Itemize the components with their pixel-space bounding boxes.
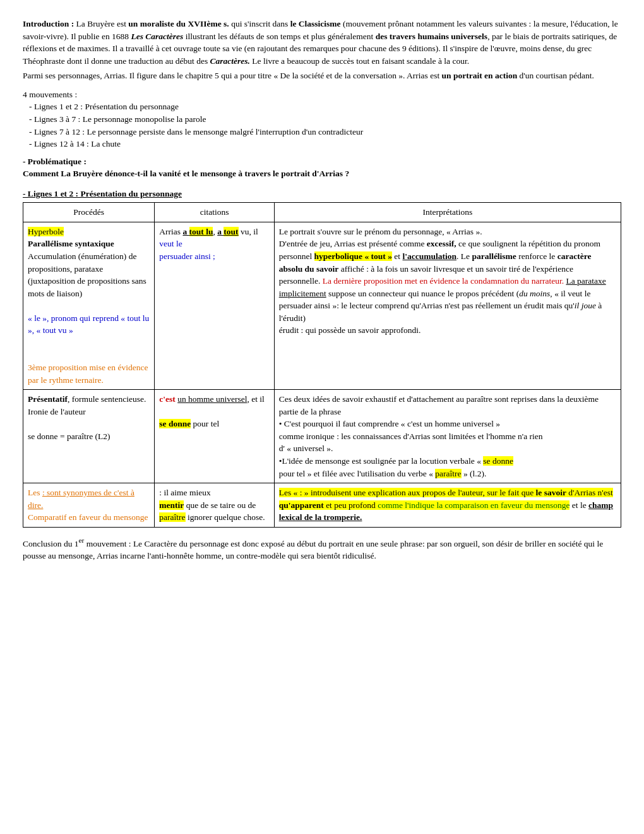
problematique-label: - Problématique : [23, 155, 621, 168]
procedes-cell-1: Hyperbole Parallélisme syntaxique Accumu… [23, 222, 155, 389]
movement-item: Lignes 3 à 7 : Le personnage monopolise … [23, 113, 621, 126]
procede-ternaire: 3ème proposition mise en évidence par le… [28, 363, 148, 385]
problematique-question: Comment La Bruyère dénonce-t-il la vanit… [23, 167, 621, 180]
header-interpretations: Interprétations [274, 203, 621, 222]
procede-parallelisme: Parallélisme syntaxique [28, 239, 114, 248]
main-content: Introduction : La Bruyère est un moralis… [23, 18, 621, 562]
table-row: Présentatif, formule sentencieuse. Ironi… [23, 390, 621, 483]
section1-title: - Lignes 1 et 2 : Présentation du person… [23, 188, 621, 200]
table-row: Hyperbole Parallélisme syntaxique Accumu… [23, 222, 621, 389]
movements-section: 4 mouvements : Lignes 1 et 2 : Présentat… [23, 88, 621, 150]
intro-paragraph1: Introduction : La Bruyère est un moralis… [23, 18, 621, 67]
movements-list: Lignes 1 et 2 : Présentation du personna… [23, 100, 621, 150]
movement-item: Lignes 7 à 12 : Le personnage persiste d… [23, 126, 621, 138]
table-header-row: Procédés citations Interprétations [23, 203, 621, 222]
introduction-section: Introduction : La Bruyère est un moralis… [23, 18, 621, 82]
citations-cell-1: Arrias a tout lu, a tout vu, il veut le … [155, 222, 274, 389]
interpretation-cell-3: Les « : » introduisent une explication a… [274, 483, 621, 528]
table-row: Les : sont synonymes de c'est à dire. Co… [23, 483, 621, 528]
interpretation-cell-1: Le portrait s'ouvre sur le prénom du per… [274, 222, 621, 389]
interpretation-cell-2: Ces deux idées de savoir exhaustif et d'… [274, 390, 621, 483]
header-procedes: Procédés [23, 203, 155, 222]
procede-pronom: « le », pronom qui reprend « tout lu », … [28, 313, 149, 335]
problematique-section: - Problématique : Comment La Bruyère dén… [23, 155, 621, 180]
movement-item: Lignes 12 à 14 : La chute [23, 138, 621, 150]
procede-accumulation: Accumulation (énumération) de propositio… [28, 251, 146, 298]
procedes-cell-3: Les : sont synonymes de c'est à dire. Co… [23, 483, 155, 528]
citations-cell-3: : il aime mieux mentir que de se taire o… [155, 483, 274, 528]
movements-title: 4 mouvements : [23, 90, 77, 99]
analysis-table: Procédés citations Interprétations Hyper… [23, 202, 621, 528]
header-citations: citations [155, 203, 274, 222]
intro-paragraph2: Parmi ses personnages, Arrias. Il figure… [23, 70, 621, 82]
movement-item: Lignes 1 et 2 : Présentation du personna… [23, 100, 621, 113]
intro-label: Introduction : [23, 19, 74, 28]
procede-hyperbole: Hyperbole [28, 227, 64, 236]
citations-cell-2: c'est un homme universel, et il se donne… [155, 390, 274, 483]
conclusion-paragraph: Conclusion du 1er mouvement : Le Caractè… [23, 535, 621, 562]
procedes-cell-2: Présentatif, formule sentencieuse. Ironi… [23, 390, 155, 483]
